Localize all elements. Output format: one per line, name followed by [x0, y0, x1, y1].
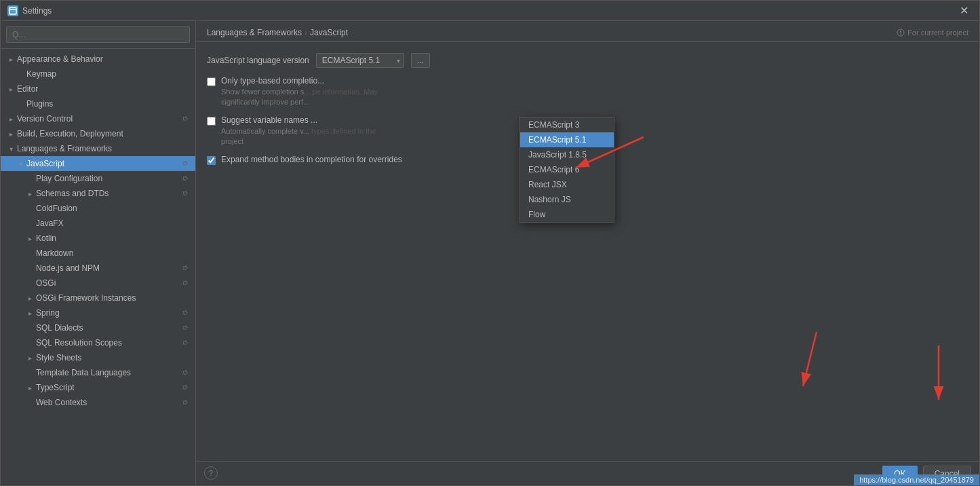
- sidebar-label-template-data: Template Data Languages: [36, 368, 131, 377]
- sidebar-item-editor[interactable]: Editor: [1, 81, 195, 96]
- gear-icon-version-control: [180, 114, 190, 124]
- sidebar-item-typescript[interactable]: TypeScript: [1, 380, 195, 395]
- sidebar-label-javafx: JavaFX: [36, 219, 64, 228]
- language-version-row: JavaScript language version ECMAScript 3…: [207, 53, 968, 68]
- checkbox-type-based-group: Only type-based completio... Show fewer …: [221, 76, 378, 106]
- sidebar-label-nodejs-npm: Node.js and NPM: [36, 263, 100, 273]
- sidebar-label-style-sheets: Style Sheets: [36, 353, 81, 362]
- tree-arrow-version-control: [6, 114, 16, 124]
- tree-arrow-play-config: [25, 174, 35, 183]
- title-bar: Settings ✕: [1, 1, 979, 21]
- sidebar-item-schemas-dtds[interactable]: Schemas and DTDs: [1, 186, 195, 201]
- dropdown-option-es6[interactable]: ECMAScript 6: [520, 162, 614, 177]
- sidebar-label-languages-frameworks: Languages & Frameworks: [17, 144, 112, 153]
- gear-icon-play-config: [180, 174, 190, 183]
- panel-body: JavaScript language version ECMAScript 3…: [196, 42, 979, 461]
- checkbox-expand[interactable]: [207, 156, 216, 165]
- sidebar-item-appearance[interactable]: Appearance & Behavior: [1, 52, 195, 67]
- tree-arrow-schemas-dtds: [25, 189, 35, 198]
- dropdown-option-js185[interactable]: JavaScript 1.8.5: [520, 147, 614, 162]
- more-button[interactable]: ...: [411, 53, 430, 68]
- tree-arrow-web-contexts: [25, 398, 35, 407]
- project-icon: [897, 29, 905, 37]
- sidebar-label-osgi: OSGi: [36, 278, 56, 288]
- language-version-label: JavaScript language version: [207, 56, 309, 65]
- checkbox-type-based-desc1: Show fewer completion s... pe informatio…: [221, 88, 378, 96]
- sidebar-item-keymap[interactable]: Keymap: [1, 67, 195, 81]
- gear-icon-schemas-dtds: [180, 189, 190, 198]
- sidebar-item-javafx[interactable]: JavaFX: [1, 216, 195, 231]
- help-area: ?: [204, 466, 218, 480]
- tree-arrow-plugins: [16, 99, 25, 109]
- tree-arrow-typescript: [25, 383, 35, 392]
- breadcrumb-part1: Languages & Frameworks: [207, 28, 302, 37]
- sidebar-item-template-data[interactable]: Template Data Languages: [1, 365, 195, 380]
- sidebar-item-sql-dialects[interactable]: SQL Dialects: [1, 320, 195, 335]
- right-panel: Languages & Frameworks › JavaScript For …: [196, 21, 979, 485]
- sidebar-item-build-execution[interactable]: Build, Execution, Deployment: [1, 126, 195, 141]
- checkbox-type-based[interactable]: [207, 77, 216, 86]
- sidebar-label-appearance: Appearance & Behavior: [17, 54, 103, 64]
- sidebar-item-nodejs-npm[interactable]: Node.js and NPM: [1, 261, 195, 276]
- tree-arrow-markdown: [25, 248, 35, 258]
- sidebar-item-osgi[interactable]: OSGi: [1, 276, 195, 291]
- gear-icon-spring: [180, 308, 190, 318]
- checkbox-suggest-desc: Automatically complete v... types define…: [221, 127, 376, 135]
- tree-arrow-keymap: [16, 69, 25, 79]
- tree-arrow-sql-dialects: [25, 323, 35, 333]
- dropdown-option-flow[interactable]: Flow: [520, 207, 614, 222]
- sidebar-label-editor: Editor: [17, 84, 38, 94]
- dropdown-popup: ECMAScript 3ECMAScript 5.1JavaScript 1.8…: [520, 117, 614, 223]
- help-button[interactable]: ?: [204, 466, 218, 480]
- sidebar-label-sql-dialects: SQL Dialects: [36, 323, 83, 333]
- breadcrumb: Languages & Frameworks › JavaScript: [207, 28, 897, 37]
- version-dropdown-container: ECMAScript 3ECMAScript 5.1JavaScript 1.8…: [316, 53, 404, 68]
- sidebar-item-version-control[interactable]: Version Control: [1, 111, 195, 126]
- checkbox-suggest[interactable]: [207, 117, 216, 126]
- sidebar-label-schemas-dtds: Schemas and DTDs: [36, 189, 109, 198]
- dropdown-option-es5[interactable]: ECMAScript 5.1: [520, 132, 614, 147]
- dropdown-option-es3[interactable]: ECMAScript 3: [520, 117, 614, 132]
- settings-window: Settings ✕ Appearance & BehaviorKeymapEd…: [0, 0, 980, 486]
- sidebar-item-spring[interactable]: Spring: [1, 305, 195, 320]
- dropdown-option-react-jsx[interactable]: React JSX: [520, 177, 614, 192]
- sidebar-label-web-contexts: Web Contexts: [36, 398, 87, 407]
- sidebar-label-keymap: Keymap: [26, 69, 56, 79]
- tree-arrow-javascript: [16, 159, 25, 168]
- checkbox-suggest-desc2: project: [221, 137, 376, 145]
- sidebar-label-osgi-framework: OSGi Framework Instances: [36, 293, 136, 303]
- sidebar-item-play-config[interactable]: Play Configuration: [1, 171, 195, 186]
- sidebar-item-style-sheets[interactable]: Style Sheets: [1, 350, 195, 365]
- search-input[interactable]: [6, 26, 190, 43]
- search-box: [1, 21, 195, 49]
- sidebar-item-sql-resolution[interactable]: SQL Resolution Scopes: [1, 335, 195, 350]
- project-label-text: For current project: [907, 29, 968, 37]
- url-bar: https://blog.csdn.net/qq_20451879: [854, 474, 979, 485]
- dropdown-option-nashorn[interactable]: Nashorn JS: [520, 192, 614, 207]
- tree-arrow-osgi-framework: [25, 293, 35, 303]
- tree-arrow-coldfusion: [25, 204, 35, 213]
- main-content: Appearance & BehaviorKeymapEditorPlugins…: [1, 21, 979, 485]
- sidebar-item-javascript[interactable]: JavaScript: [1, 156, 195, 171]
- sidebar: Appearance & BehaviorKeymapEditorPlugins…: [1, 21, 196, 485]
- sidebar-item-web-contexts[interactable]: Web Contexts: [1, 395, 195, 410]
- sidebar-item-plugins[interactable]: Plugins: [1, 96, 195, 111]
- gear-icon-typescript: [180, 383, 190, 392]
- svg-point-4: [900, 33, 901, 35]
- tree-arrow-style-sheets: [25, 353, 35, 362]
- sidebar-label-markdown: Markdown: [36, 248, 73, 258]
- version-dropdown[interactable]: ECMAScript 3ECMAScript 5.1JavaScript 1.8…: [316, 53, 404, 68]
- breadcrumb-part2: JavaScript: [310, 28, 348, 37]
- tree-arrow-sql-resolution: [25, 338, 35, 348]
- close-button[interactable]: ✕: [956, 3, 973, 18]
- svg-rect-0: [9, 7, 16, 14]
- sidebar-item-markdown[interactable]: Markdown: [1, 246, 195, 261]
- sidebar-label-coldfusion: ColdFusion: [36, 204, 77, 213]
- app-icon: [7, 5, 18, 16]
- sidebar-item-osgi-framework[interactable]: OSGi Framework Instances: [1, 291, 195, 305]
- sidebar-item-coldfusion[interactable]: ColdFusion: [1, 201, 195, 216]
- sidebar-item-kotlin[interactable]: Kotlin: [1, 231, 195, 246]
- sidebar-item-languages-frameworks[interactable]: Languages & Frameworks: [1, 141, 195, 156]
- tree-arrow-javafx: [25, 219, 35, 228]
- sidebar-label-play-config: Play Configuration: [36, 174, 102, 183]
